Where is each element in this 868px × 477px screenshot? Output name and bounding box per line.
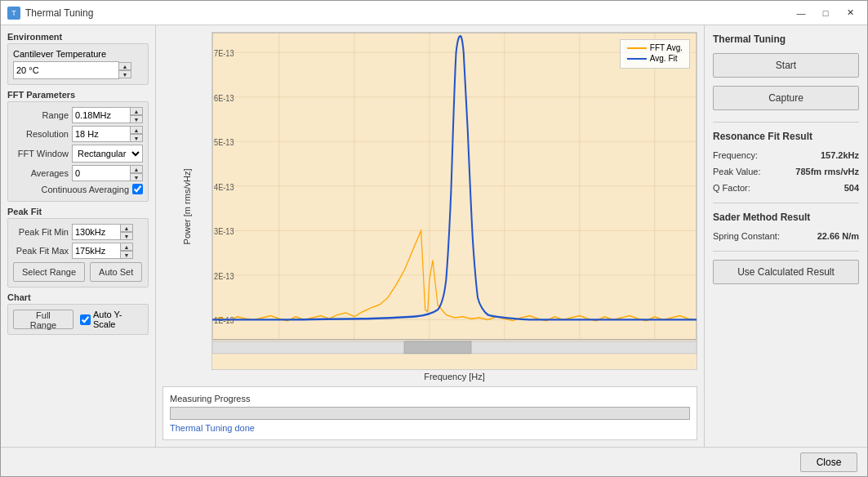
titlebar: T Thermal Tuning — □ ✕ xyxy=(1,1,867,25)
sader-method-title: Sader Method Result xyxy=(713,212,859,223)
spring-constant-row: Spring Constant: 22.66 N/m xyxy=(713,231,859,241)
averages-input[interactable] xyxy=(72,165,131,181)
divider-2 xyxy=(713,203,859,203)
peak-value-row: Peak Value: 785fm rms/vHz xyxy=(713,167,859,176)
resolution-row: Resolution ▲ ▼ xyxy=(13,126,143,142)
frequency-value: 157.2kHz xyxy=(821,150,859,160)
cantilever-temp-row: ▲ ▼ xyxy=(13,61,143,79)
range-down-btn[interactable]: ▼ xyxy=(130,115,143,123)
start-button[interactable]: Start xyxy=(713,53,859,78)
chart-container[interactable]: 7E-13 6E-13 5E-13 4E-13 3E-13 2E-13 1E-1… xyxy=(211,32,697,370)
fft-subsection: Range ▲ ▼ Resolution xyxy=(7,101,149,202)
peak-value: 785fm rms/vHz xyxy=(795,167,859,176)
peak-fit-max-up-btn[interactable]: ▲ xyxy=(120,243,133,251)
chart-legend: FFT Avg. Avg. Fit xyxy=(620,39,690,69)
use-calculated-result-button[interactable]: Use Calculated Result xyxy=(713,260,859,284)
resolution-spin: ▲ ▼ xyxy=(72,126,143,142)
range-spin: ▲ ▼ xyxy=(72,107,143,123)
progress-bar xyxy=(170,407,690,420)
svg-text:2E-13: 2E-13 xyxy=(214,271,234,281)
continuous-averaging-label: Continuous Averaging xyxy=(42,185,129,194)
peak-fit-max-label: Peak Fit Max xyxy=(13,246,69,256)
auto-y-scale-checkbox[interactable] xyxy=(80,314,91,325)
bottom-bar: Close xyxy=(1,447,867,476)
continuous-averaging-row: Continuous Averaging xyxy=(13,184,143,194)
averages-up-btn[interactable]: ▲ xyxy=(130,165,143,173)
peak-fit-max-input[interactable] xyxy=(72,243,121,259)
range-row: Range ▲ ▼ xyxy=(13,107,143,123)
chart-label: Chart xyxy=(7,292,149,302)
peak-fit-min-spin: ▲ ▼ xyxy=(72,224,133,240)
environment-section: Environment Cantilever Temperature ▲ ▼ xyxy=(7,32,149,85)
peak-fit-min-spinner: ▲ ▼ xyxy=(120,224,133,240)
svg-text:6E-13: 6E-13 xyxy=(214,93,234,103)
window-title: Thermal Tuning xyxy=(25,7,790,19)
window-controls: — □ ✕ xyxy=(790,5,861,21)
peak-fit-buttons: Select Range Auto Set xyxy=(13,262,143,282)
peak-fit-min-down-btn[interactable]: ▼ xyxy=(120,232,133,240)
fft-window-label: FFT Window xyxy=(13,149,69,158)
divider-3 xyxy=(713,251,859,252)
window-close-button[interactable]: ✕ xyxy=(839,5,861,21)
fft-window-select[interactable]: Rectangular xyxy=(72,145,143,163)
peak-fit-max-spin: ▲ ▼ xyxy=(72,243,133,259)
chart-subsection: Full Range Auto Y-Scale xyxy=(7,304,149,335)
chart-controls-row: Full Range Auto Y-Scale xyxy=(13,310,143,329)
averages-spinner: ▲ ▼ xyxy=(130,165,143,181)
legend-fit-label: Avg. Fit xyxy=(650,54,678,63)
peak-fit-min-up-btn[interactable]: ▲ xyxy=(120,224,133,232)
environment-subsection: Cantilever Temperature ▲ ▼ xyxy=(7,43,149,85)
auto-y-scale-label: Auto Y-Scale xyxy=(93,310,143,329)
peak-fit-max-spinner: ▲ ▼ xyxy=(120,243,133,259)
svg-text:5E-13: 5E-13 xyxy=(214,137,234,147)
continuous-averaging-checkbox[interactable] xyxy=(132,184,143,194)
cantilever-temp-input[interactable] xyxy=(13,61,119,79)
legend-fft-label: FFT Avg. xyxy=(650,43,683,52)
cantilever-temp-label: Cantilever Temperature xyxy=(13,49,143,59)
temp-spinner: ▲ ▼ xyxy=(118,62,131,78)
q-factor-label: Q Factor: xyxy=(713,183,750,193)
progress-section: Measuring Progress Thermal Tuning done xyxy=(162,386,697,440)
legend-fit-line xyxy=(627,58,647,60)
temp-up-btn[interactable]: ▲ xyxy=(118,62,131,70)
content-area: Environment Cantilever Temperature ▲ ▼ F… xyxy=(1,25,867,447)
peak-fit-max-row: Peak Fit Max ▲ ▼ xyxy=(13,243,143,259)
select-range-button[interactable]: Select Range xyxy=(13,262,85,282)
range-input[interactable] xyxy=(72,107,131,123)
temp-down-btn[interactable]: ▼ xyxy=(118,70,131,78)
svg-text:4E-13: 4E-13 xyxy=(214,182,234,192)
peak-fit-min-input[interactable] xyxy=(72,224,121,240)
peak-fit-min-label: Peak Fit Min xyxy=(13,227,69,237)
resolution-input[interactable] xyxy=(72,126,131,142)
peak-value-label: Peak Value: xyxy=(713,167,761,176)
peak-fit-label: Peak Fit xyxy=(7,207,149,216)
y-axis-label: Power [m rms/vHz] xyxy=(182,169,192,245)
full-range-button[interactable]: Full Range xyxy=(13,310,73,329)
range-label: Range xyxy=(13,110,69,120)
frequency-row: Frequency: 157.2kHz xyxy=(713,150,859,160)
environment-label: Environment xyxy=(7,32,149,42)
resolution-down-btn[interactable]: ▼ xyxy=(130,134,143,142)
legend-fft-item: FFT Avg. xyxy=(627,43,683,52)
minimize-button[interactable]: — xyxy=(790,5,812,21)
main-window: T Thermal Tuning — □ ✕ Environment Canti… xyxy=(0,0,868,477)
resonance-fit-title: Resonance Fit Result xyxy=(713,131,859,142)
divider-1 xyxy=(713,122,859,123)
range-spinner: ▲ ▼ xyxy=(130,107,143,123)
resolution-label: Resolution xyxy=(13,129,69,139)
auto-set-button[interactable]: Auto Set xyxy=(90,262,142,282)
resolution-up-btn[interactable]: ▲ xyxy=(130,126,143,134)
capture-button[interactable]: Capture xyxy=(713,86,859,110)
averages-spin: ▲ ▼ xyxy=(72,165,143,181)
resolution-spinner: ▲ ▼ xyxy=(130,126,143,142)
range-up-btn[interactable]: ▲ xyxy=(130,107,143,115)
svg-text:3E-13: 3E-13 xyxy=(214,226,234,236)
peak-fit-section: Peak Fit Peak Fit Min ▲ ▼ Peak xyxy=(7,207,149,288)
close-button[interactable]: Close xyxy=(800,452,857,472)
peak-fit-subsection: Peak Fit Min ▲ ▼ Peak Fit Max xyxy=(7,218,149,288)
averages-down-btn[interactable]: ▼ xyxy=(130,173,143,181)
fft-params-label: FFT Parameters xyxy=(7,90,149,100)
frequency-label: Frequency: xyxy=(713,150,758,160)
maximize-button[interactable]: □ xyxy=(815,5,836,21)
peak-fit-max-down-btn[interactable]: ▼ xyxy=(120,251,133,259)
